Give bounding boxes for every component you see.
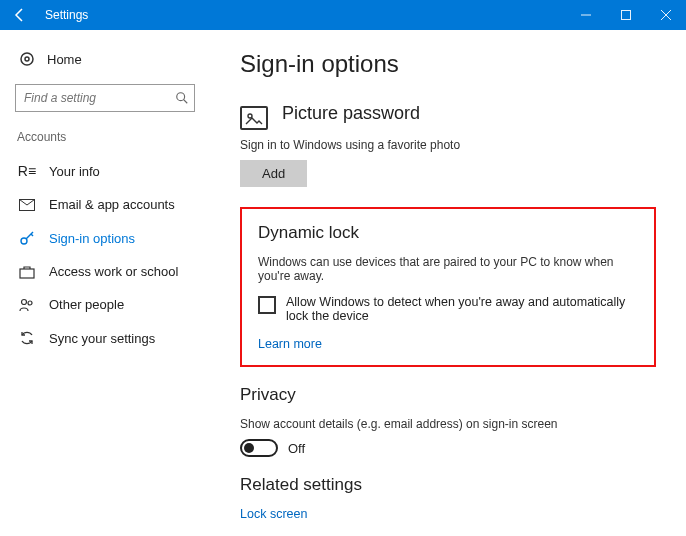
svg-line-5: [184, 100, 188, 104]
maximize-button[interactable]: [606, 0, 646, 30]
people-icon: [19, 298, 35, 312]
search-input[interactable]: [15, 84, 195, 112]
sidebar-item-work[interactable]: Access work or school: [15, 255, 210, 288]
lock-screen-link[interactable]: Lock screen: [240, 507, 656, 521]
back-button[interactable]: [0, 0, 40, 30]
sidebar-item-other-people[interactable]: Other people: [15, 288, 210, 321]
privacy-desc: Show account details (e.g. email address…: [240, 417, 656, 431]
sidebar-nav: R≡ Your info Email & app accounts Sign-i…: [15, 154, 210, 355]
picture-password-heading: Picture password: [282, 103, 420, 124]
sidebar-item-your-info[interactable]: R≡ Your info: [15, 154, 210, 188]
page-title: Sign-in options: [240, 50, 656, 78]
sidebar-item-label: Sign-in options: [49, 231, 135, 246]
home-link[interactable]: Home: [15, 45, 210, 79]
sidebar-item-label: Other people: [49, 297, 124, 312]
sidebar-item-label: Your info: [49, 164, 100, 179]
window-title: Settings: [40, 8, 88, 22]
briefcase-icon: [19, 265, 35, 279]
sidebar-category: Accounts: [17, 130, 210, 144]
sidebar-item-email[interactable]: Email & app accounts: [15, 188, 210, 221]
sidebar-item-label: Email & app accounts: [49, 197, 175, 212]
person-icon: R≡: [19, 163, 35, 179]
search-icon: [175, 91, 189, 105]
close-button[interactable]: [646, 0, 686, 30]
privacy-toggle-state: Off: [288, 441, 305, 456]
sidebar-item-sync[interactable]: Sync your settings: [15, 321, 210, 355]
svg-line-9: [31, 234, 33, 236]
search-field[interactable]: [24, 91, 175, 105]
checkbox[interactable]: [258, 296, 276, 314]
home-label: Home: [47, 52, 82, 67]
sidebar: Home Accounts R≡ Your info Email & app a…: [0, 30, 210, 536]
dynamic-lock-heading: Dynamic lock: [258, 223, 638, 243]
svg-rect-1: [622, 11, 631, 20]
svg-point-2: [21, 53, 33, 65]
picture-password-row: Picture password: [240, 103, 656, 132]
picture-icon: [240, 106, 268, 130]
svg-point-11: [22, 299, 27, 304]
dynamic-lock-highlight: Dynamic lock Windows can use devices tha…: [240, 207, 656, 367]
dynamic-lock-desc: Windows can use devices that are paired …: [258, 255, 638, 283]
sidebar-item-label: Sync your settings: [49, 331, 155, 346]
mail-icon: [19, 199, 35, 211]
related-heading: Related settings: [240, 475, 656, 495]
svg-point-3: [25, 57, 29, 61]
dynamic-lock-checkbox-row[interactable]: Allow Windows to detect when you're away…: [258, 295, 638, 323]
add-button[interactable]: Add: [240, 160, 307, 187]
privacy-toggle[interactable]: [240, 439, 278, 457]
privacy-heading: Privacy: [240, 385, 656, 405]
picture-password-desc: Sign in to Windows using a favorite phot…: [240, 138, 656, 152]
svg-point-4: [177, 93, 185, 101]
svg-point-13: [248, 114, 252, 118]
minimize-button[interactable]: [566, 0, 606, 30]
titlebar: Settings: [0, 0, 686, 30]
dynamic-lock-checkbox-label: Allow Windows to detect when you're away…: [286, 295, 638, 323]
sync-icon: [19, 330, 35, 346]
gear-icon: [19, 51, 35, 67]
key-icon: [19, 230, 35, 246]
content: Sign-in options Picture password Sign in…: [210, 30, 686, 536]
svg-rect-10: [20, 269, 34, 278]
learn-more-link[interactable]: Learn more: [258, 337, 638, 351]
sidebar-item-signin[interactable]: Sign-in options: [15, 221, 210, 255]
privacy-toggle-row: Off: [240, 439, 656, 457]
sidebar-item-label: Access work or school: [49, 264, 178, 279]
svg-point-12: [28, 301, 32, 305]
